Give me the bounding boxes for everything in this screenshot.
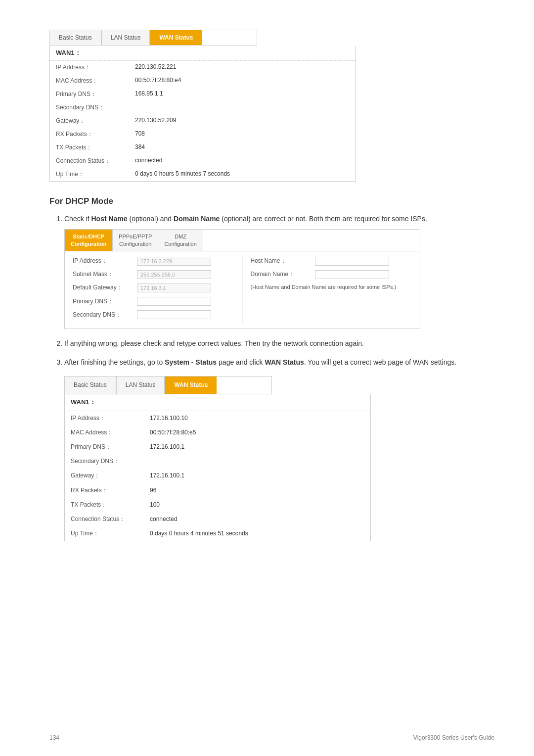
row-value: 0 days 0 hours 4 minutes 51 seconds (144, 526, 370, 541)
tab-static-dhcp[interactable]: Static/DHCP Configuration (65, 230, 113, 251)
wan1-header-1: WAN1： (50, 46, 356, 61)
step3-text-before: After finishing the settings, go to (64, 358, 165, 366)
row-value: 00:50:7f:28:80:e5 (144, 425, 370, 440)
row-value: 168.95.1.1 (129, 88, 356, 101)
table-row: Up Time：0 days 0 hours 5 minutes 7 secon… (50, 168, 356, 181)
status-table-1: IP Address：220.130.52.221MAC Address：00:… (50, 61, 356, 181)
table-row: RX Packets：708 (50, 128, 356, 141)
row-label: IP Address： (50, 61, 129, 74)
config-input (137, 270, 211, 279)
config-row: Primary DNS： (73, 297, 234, 306)
table-row: RX Packets：96 (65, 483, 370, 498)
row-value: 0 days 0 hours 5 minutes 7 seconds (129, 168, 356, 181)
row-label: Connection Status： (50, 154, 129, 168)
table-row: Primary DNS：168.95.1.1 (50, 88, 356, 101)
config-label: IP Address： (73, 256, 137, 266)
config-label: Secondary DNS： (73, 310, 137, 320)
row-value: 708 (129, 128, 356, 141)
table-row: Up Time：0 days 0 hours 4 minutes 51 seco… (65, 526, 370, 541)
row-label: Gateway： (65, 469, 144, 483)
step-1: Check if Host Name (optional) and Domain… (64, 213, 494, 329)
tab-wan-status-2[interactable]: WAN Status (165, 377, 217, 394)
tab-bar-2: Basic Status LAN Status WAN Status (64, 376, 494, 394)
tab-bar-1: Basic Status LAN Status WAN Status (49, 30, 494, 46)
config-label: Default Gateway： (73, 283, 137, 292)
row-value: 100 (144, 498, 370, 512)
config-body: IP Address：Subnet Mask：Default Gateway：P… (65, 251, 420, 329)
config-right: Host Name：Domain Name：(Host Name and Dom… (243, 256, 420, 324)
step1-bold1: Host Name (91, 215, 127, 223)
tab-pppoe-pptp[interactable]: PPPoE/PPTP Configuration (113, 230, 158, 251)
page-number: 134 (49, 734, 59, 741)
row-label: Connection Status： (65, 512, 144, 526)
row-label: MAC Address： (50, 74, 129, 88)
table-row: Secondary DNS： (65, 454, 370, 469)
row-value: connected (144, 512, 370, 526)
config-row: Default Gateway： (73, 283, 234, 292)
config-label: Subnet Mask： (73, 270, 137, 279)
step-2: If anything wrong, please check and rety… (64, 338, 494, 349)
row-label: Up Time： (65, 526, 144, 541)
step-3: After finishing the settings, go to Syst… (64, 357, 494, 541)
table-row: Secondary DNS： (50, 101, 356, 114)
row-label: Secondary DNS： (65, 454, 144, 469)
config-label: Domain Name： (251, 270, 315, 279)
row-value: 220.130.52.209 (129, 114, 356, 128)
tab-basic-status-1[interactable]: Basic Status (50, 30, 101, 45)
table-row: Primary DNS：172.16.100.1 (65, 440, 370, 454)
config-input[interactable] (137, 310, 211, 319)
config-label: Host Name： (251, 256, 315, 266)
wan1-header-2: WAN1： (65, 394, 370, 411)
row-label: TX Packets： (65, 498, 144, 512)
step3-bold1: System - Status (165, 358, 217, 366)
tab-lan-status-2[interactable]: LAN Status (116, 377, 165, 394)
row-label: RX Packets： (50, 128, 129, 141)
step1-bold2: Domain Name (174, 215, 220, 223)
tab-lan-status-1[interactable]: LAN Status (101, 30, 150, 45)
config-row: Host Name： (251, 256, 412, 266)
row-label: Primary DNS： (50, 88, 129, 101)
config-label: Primary DNS： (73, 297, 137, 306)
row-value: 172.16.100.1 (144, 440, 370, 454)
status-table-2: IP Address：172.16.100.10MAC Address：00:5… (65, 411, 370, 541)
config-left: IP Address：Subnet Mask：Default Gateway：P… (65, 256, 243, 324)
table-row: Connection Status：connected (50, 154, 356, 168)
wan-status-table-2: WAN1： IP Address：172.16.100.10MAC Addres… (64, 394, 371, 541)
row-value: 220.130.52.221 (129, 61, 356, 74)
config-input[interactable] (315, 257, 389, 266)
section-heading-dhcp: For DHCP Mode (49, 196, 494, 206)
numbered-list: Check if Host Name (optional) and Domain… (49, 213, 494, 541)
config-input (137, 257, 211, 266)
config-row: Secondary DNS： (73, 310, 234, 320)
table-row: MAC Address：00:50:7f:28:80:e4 (50, 74, 356, 88)
row-value (129, 101, 356, 114)
tab-basic-status-2[interactable]: Basic Status (65, 377, 116, 394)
row-label: Up Time： (50, 168, 129, 181)
row-label: Gateway： (50, 114, 129, 128)
config-input[interactable] (137, 297, 211, 306)
page-footer: 134 Vigor3300 Series User's Guide (49, 734, 494, 741)
config-panel: Static/DHCP Configuration PPPoE/PPTP Con… (64, 229, 420, 329)
tab-wan-status-1[interactable]: WAN Status (150, 30, 202, 45)
row-label: TX Packets： (50, 141, 129, 154)
row-label: Primary DNS： (65, 440, 144, 454)
row-value (144, 454, 370, 469)
step3-text-after: . You will get a correct web page of WAN… (304, 358, 456, 366)
table-row: Gateway：220.130.52.209 (50, 114, 356, 128)
tab-dmz[interactable]: DMZ Configuration (158, 230, 202, 251)
row-label: RX Packets： (65, 483, 144, 498)
table-row: IP Address：220.130.52.221 (50, 61, 356, 74)
table-row: Connection Status：connected (65, 512, 370, 526)
step1-text-before: Check if (64, 215, 91, 223)
config-row: IP Address： (73, 256, 234, 266)
row-value: 96 (144, 483, 370, 498)
table-row: Gateway：172.16.100.1 (65, 469, 370, 483)
config-input[interactable] (315, 270, 389, 279)
row-label: MAC Address： (65, 425, 144, 440)
row-value: 172.16.100.1 (144, 469, 370, 483)
step1-text-mid2: (optional) are correct or not. Both them… (220, 215, 427, 223)
wan-status-table-1: WAN1： IP Address：220.130.52.221MAC Addre… (49, 46, 356, 182)
table-row: TX Packets：384 (50, 141, 356, 154)
config-row: Domain Name： (251, 270, 412, 279)
step3-text-mid: page and click (217, 358, 265, 366)
